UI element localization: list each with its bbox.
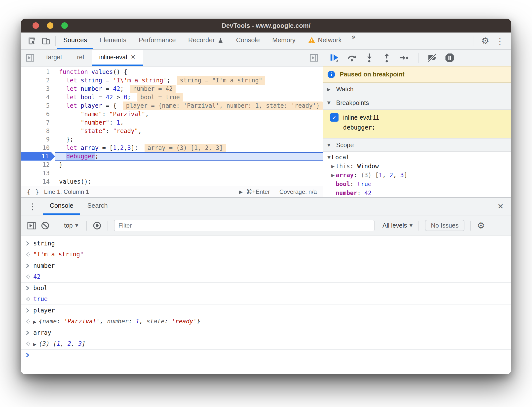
console-input-row[interactable]: player xyxy=(21,305,511,316)
code-line[interactable]: 3 let number = 42;number = 42 xyxy=(21,85,323,93)
code-line[interactable]: 4 let bool = 42 > 0;bool = true xyxy=(21,93,323,102)
line-number[interactable]: 7 xyxy=(21,118,55,127)
console-result-row[interactable]: ▶{name: 'Parzival', number: 1, state: 'r… xyxy=(21,316,511,327)
line-number[interactable]: 1 xyxy=(21,68,55,76)
execution-line[interactable]: 11 debugger; xyxy=(21,152,323,161)
drawer-menu-dots-icon[interactable]: ⋮ xyxy=(21,198,43,215)
scope-row[interactable]: number: 42 xyxy=(323,189,511,197)
execution-line-marker[interactable]: 11 xyxy=(21,152,55,161)
token xyxy=(77,94,80,101)
code-line[interactable]: 9 }; xyxy=(21,135,323,144)
code-line[interactable]: 12} xyxy=(21,161,323,169)
expand-triangle-icon[interactable]: ▶ xyxy=(33,342,36,347)
show-navigator-icon[interactable] xyxy=(21,50,39,66)
scope-row[interactable]: bool: true xyxy=(323,180,511,189)
token: , xyxy=(393,172,400,179)
disclosure-triangle-icon[interactable]: ▶ xyxy=(330,164,336,169)
file-tab-target[interactable]: target xyxy=(39,50,70,66)
disclosure-triangle-icon[interactable]: ▼ xyxy=(326,155,332,160)
context-selector[interactable]: top ▼ xyxy=(62,222,80,229)
tab-network[interactable]: Network xyxy=(302,33,348,49)
code-line[interactable]: 6 "name": "Parzival", xyxy=(21,110,323,118)
tab-sources[interactable]: Sources xyxy=(57,33,93,49)
console-result-row[interactable]: true xyxy=(21,294,511,305)
code-line[interactable]: 1function values() { xyxy=(21,68,323,76)
code-line[interactable]: 13 xyxy=(21,169,323,177)
breakpoint-item[interactable]: ✓ inline-eval:11 debugger; xyxy=(323,109,511,138)
step-icon[interactable] xyxy=(399,53,409,63)
code-text: let bool = 42 > 0;bool = true xyxy=(55,93,323,102)
log-levels-dropdown[interactable]: All levels ▼ xyxy=(382,222,413,229)
settings-gear-icon[interactable]: ⚙ xyxy=(481,36,489,45)
close-tab-icon[interactable]: ✕ xyxy=(131,54,136,61)
line-number[interactable]: 9 xyxy=(21,135,55,144)
pause-on-exceptions-icon[interactable] xyxy=(445,53,455,63)
code-line[interactable]: 14values(); xyxy=(21,177,323,186)
scope-tree[interactable]: ▼Local▶this: Window▶array: (3) [1, 2, 3]… xyxy=(323,151,511,197)
close-drawer-icon[interactable]: ✕ xyxy=(497,198,511,215)
tab-performance[interactable]: Performance xyxy=(133,33,182,49)
scope-row[interactable]: ▼Local xyxy=(323,153,511,162)
console-output[interactable]: string"I'm a string"number42booltrueplay… xyxy=(21,236,511,374)
expand-triangle-icon[interactable]: ▶ xyxy=(33,320,36,324)
deactivate-breakpoints-icon[interactable] xyxy=(427,53,437,63)
console-result-row[interactable]: "I'm a string" xyxy=(21,249,511,260)
tab-recorder[interactable]: Recorder xyxy=(182,33,230,49)
filter-input[interactable] xyxy=(114,220,375,231)
inspect-element-icon[interactable] xyxy=(26,35,38,47)
code-editor[interactable]: 1function values() {2 let string = 'I\'m… xyxy=(21,67,323,186)
console-input-row[interactable]: string xyxy=(21,238,511,249)
line-number[interactable]: 12 xyxy=(21,161,55,169)
line-number[interactable]: 3 xyxy=(21,85,55,93)
disclosure-triangle-icon[interactable]: ▶ xyxy=(330,173,336,178)
line-number[interactable]: 5 xyxy=(21,102,55,110)
tab-elements[interactable]: Elements xyxy=(93,33,132,49)
drawer-tab-search[interactable]: Search xyxy=(80,198,114,215)
breakpoint-checkbox[interactable]: ✓ xyxy=(330,113,339,122)
console-prompt[interactable] xyxy=(21,350,511,361)
line-number[interactable]: 6 xyxy=(21,110,55,118)
clear-console-icon[interactable] xyxy=(41,221,50,230)
line-number[interactable]: 14 xyxy=(21,177,55,186)
console-result-row[interactable]: ▶(3) [1, 2, 3] xyxy=(21,338,511,349)
line-number[interactable]: 4 xyxy=(21,93,55,102)
code-line[interactable]: 10 let array = [1,2,3];array = (3) [1, 2… xyxy=(21,144,323,152)
line-number[interactable]: 13 xyxy=(21,169,55,177)
pretty-print-icon[interactable]: { } xyxy=(27,188,39,196)
show-console-sidebar-icon[interactable] xyxy=(27,221,36,230)
line-number[interactable]: 8 xyxy=(21,127,55,135)
more-tabs-icon[interactable]: » xyxy=(348,33,359,49)
resume-script-icon[interactable] xyxy=(330,53,340,63)
line-number[interactable]: 10 xyxy=(21,144,55,152)
scope-section-header[interactable]: ▼ Scope xyxy=(323,138,511,151)
no-issues-button[interactable]: No Issues xyxy=(425,220,464,231)
line-number[interactable]: 2 xyxy=(21,76,55,85)
cursor-position: Line 1, Column 1 xyxy=(44,188,89,195)
console-input-row[interactable]: number xyxy=(21,260,511,271)
console-settings-gear-icon[interactable]: ⚙ xyxy=(477,221,485,230)
code-line[interactable]: 7 "number": 1, xyxy=(21,118,323,127)
drawer-tab-console[interactable]: Console xyxy=(43,198,80,215)
file-tab-inline-eval[interactable]: inline-eval ✕ xyxy=(92,50,143,66)
open-quick-source-icon[interactable] xyxy=(309,53,319,63)
code-line[interactable]: 2 let string = 'I\'m a string';string = … xyxy=(21,76,323,85)
step-into-icon[interactable] xyxy=(364,53,374,63)
scope-row[interactable]: ▶this: Window xyxy=(323,162,511,171)
console-result-row[interactable]: 42 xyxy=(21,271,511,282)
tab-console[interactable]: Console xyxy=(230,33,266,49)
run-snippet-icon[interactable]: ▶ xyxy=(239,189,243,195)
step-out-icon[interactable] xyxy=(382,53,392,63)
breakpoints-section-header[interactable]: ▼ Breakpoints xyxy=(323,96,511,109)
device-toolbar-icon[interactable] xyxy=(40,35,52,47)
console-input-row[interactable]: bool xyxy=(21,283,511,294)
console-input-row[interactable]: array xyxy=(21,327,511,338)
live-expression-eye-icon[interactable] xyxy=(93,221,102,230)
watch-section-header[interactable]: ▶ Watch xyxy=(323,82,511,96)
more-options-icon[interactable]: ⋮ xyxy=(496,37,504,45)
tab-memory[interactable]: Memory xyxy=(266,33,302,49)
file-tab-ref[interactable]: ref xyxy=(70,50,92,66)
step-over-icon[interactable] xyxy=(347,53,357,63)
scope-row[interactable]: ▶array: (3) [1, 2, 3] xyxy=(323,171,511,180)
code-line[interactable]: 8 "state": "ready", xyxy=(21,127,323,135)
code-line[interactable]: 5 let player = {player = {name: 'Parziva… xyxy=(21,102,323,110)
